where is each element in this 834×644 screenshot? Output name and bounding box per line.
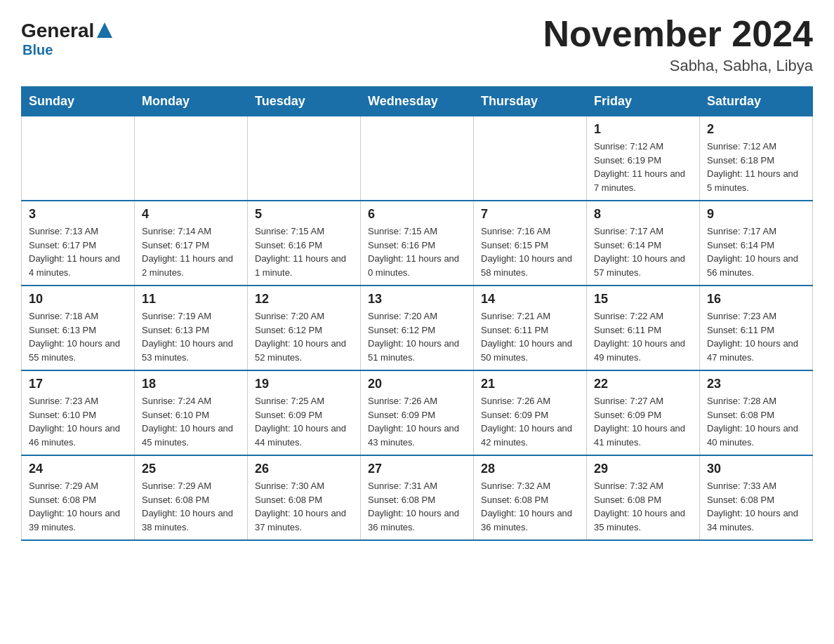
table-row: 26Sunrise: 7:30 AMSunset: 6:08 PMDayligh…: [248, 455, 361, 540]
day-number: 4: [142, 207, 240, 222]
day-number: 2: [707, 122, 805, 137]
table-row: 27Sunrise: 7:31 AMSunset: 6:08 PMDayligh…: [361, 455, 474, 540]
table-row: 24Sunrise: 7:29 AMSunset: 6:08 PMDayligh…: [22, 455, 135, 540]
calendar-week-row: 17Sunrise: 7:23 AMSunset: 6:10 PMDayligh…: [22, 370, 813, 455]
table-row: [474, 116, 587, 201]
table-row: 21Sunrise: 7:26 AMSunset: 6:09 PMDayligh…: [474, 370, 587, 455]
logo-blue-text: Blue: [22, 42, 53, 58]
calendar-table: Sunday Monday Tuesday Wednesday Thursday…: [21, 86, 813, 541]
table-row: 30Sunrise: 7:33 AMSunset: 6:08 PMDayligh…: [700, 455, 813, 540]
calendar-week-row: 10Sunrise: 7:18 AMSunset: 6:13 PMDayligh…: [22, 286, 813, 370]
day-number: 8: [594, 207, 692, 222]
day-info: Sunrise: 7:26 AMSunset: 6:09 PMDaylight:…: [368, 394, 466, 449]
table-row: 8Sunrise: 7:17 AMSunset: 6:14 PMDaylight…: [587, 201, 700, 286]
page-subtitle: Sabha, Sabha, Libya: [543, 57, 813, 75]
table-row: 12Sunrise: 7:20 AMSunset: 6:12 PMDayligh…: [248, 286, 361, 370]
day-number: 29: [594, 462, 692, 476]
title-area: November 2024 Sabha, Sabha, Libya: [543, 14, 813, 75]
day-info: Sunrise: 7:18 AMSunset: 6:13 PMDaylight:…: [29, 309, 127, 364]
table-row: 22Sunrise: 7:27 AMSunset: 6:09 PMDayligh…: [587, 370, 700, 455]
table-row: 5Sunrise: 7:15 AMSunset: 6:16 PMDaylight…: [248, 201, 361, 286]
day-info: Sunrise: 7:17 AMSunset: 6:14 PMDaylight:…: [707, 224, 805, 279]
day-info: Sunrise: 7:29 AMSunset: 6:08 PMDaylight:…: [142, 479, 240, 534]
calendar-week-row: 1Sunrise: 7:12 AMSunset: 6:19 PMDaylight…: [22, 116, 813, 201]
header-saturday: Saturday: [700, 87, 813, 116]
day-info: Sunrise: 7:27 AMSunset: 6:09 PMDaylight:…: [594, 394, 692, 449]
logo-general-text: General: [21, 20, 94, 42]
table-row: 3Sunrise: 7:13 AMSunset: 6:17 PMDaylight…: [22, 201, 135, 286]
day-number: 10: [29, 292, 127, 307]
header-sunday: Sunday: [22, 87, 135, 116]
table-row: 13Sunrise: 7:20 AMSunset: 6:12 PMDayligh…: [361, 286, 474, 370]
table-row: 29Sunrise: 7:32 AMSunset: 6:08 PMDayligh…: [587, 455, 700, 540]
day-info: Sunrise: 7:23 AMSunset: 6:11 PMDaylight:…: [707, 309, 805, 364]
logo-flag-icon: [97, 22, 112, 38]
day-info: Sunrise: 7:14 AMSunset: 6:17 PMDaylight:…: [142, 224, 240, 279]
table-row: 28Sunrise: 7:32 AMSunset: 6:08 PMDayligh…: [474, 455, 587, 540]
header-tuesday: Tuesday: [248, 87, 361, 116]
table-row: 20Sunrise: 7:26 AMSunset: 6:09 PMDayligh…: [361, 370, 474, 455]
weekday-header-row: Sunday Monday Tuesday Wednesday Thursday…: [22, 87, 813, 116]
day-number: 24: [29, 462, 127, 476]
day-number: 25: [142, 462, 240, 476]
day-info: Sunrise: 7:30 AMSunset: 6:08 PMDaylight:…: [255, 479, 353, 534]
day-number: 22: [594, 377, 692, 391]
day-info: Sunrise: 7:24 AMSunset: 6:10 PMDaylight:…: [142, 394, 240, 449]
day-number: 21: [481, 377, 579, 391]
table-row: 9Sunrise: 7:17 AMSunset: 6:14 PMDaylight…: [700, 201, 813, 286]
day-info: Sunrise: 7:25 AMSunset: 6:09 PMDaylight:…: [255, 394, 353, 449]
day-info: Sunrise: 7:32 AMSunset: 6:08 PMDaylight:…: [594, 479, 692, 534]
table-row: 18Sunrise: 7:24 AMSunset: 6:10 PMDayligh…: [135, 370, 248, 455]
table-row: 25Sunrise: 7:29 AMSunset: 6:08 PMDayligh…: [135, 455, 248, 540]
table-row: 7Sunrise: 7:16 AMSunset: 6:15 PMDaylight…: [474, 201, 587, 286]
day-info: Sunrise: 7:28 AMSunset: 6:08 PMDaylight:…: [707, 394, 805, 449]
table-row: 17Sunrise: 7:23 AMSunset: 6:10 PMDayligh…: [22, 370, 135, 455]
table-row: 14Sunrise: 7:21 AMSunset: 6:11 PMDayligh…: [474, 286, 587, 370]
day-number: 5: [255, 207, 353, 222]
day-number: 3: [29, 207, 127, 222]
day-info: Sunrise: 7:33 AMSunset: 6:08 PMDaylight:…: [707, 479, 805, 534]
table-row: 16Sunrise: 7:23 AMSunset: 6:11 PMDayligh…: [700, 286, 813, 370]
day-info: Sunrise: 7:20 AMSunset: 6:12 PMDaylight:…: [255, 309, 353, 364]
day-number: 15: [594, 292, 692, 307]
day-number: 9: [707, 207, 805, 222]
table-row: 2Sunrise: 7:12 AMSunset: 6:18 PMDaylight…: [700, 116, 813, 201]
calendar-week-row: 24Sunrise: 7:29 AMSunset: 6:08 PMDayligh…: [22, 455, 813, 540]
day-number: 14: [481, 292, 579, 307]
day-number: 26: [255, 462, 353, 476]
table-row: 6Sunrise: 7:15 AMSunset: 6:16 PMDaylight…: [361, 201, 474, 286]
table-row: 19Sunrise: 7:25 AMSunset: 6:09 PMDayligh…: [248, 370, 361, 455]
table-row: 4Sunrise: 7:14 AMSunset: 6:17 PMDaylight…: [135, 201, 248, 286]
header-friday: Friday: [587, 87, 700, 116]
day-info: Sunrise: 7:15 AMSunset: 6:16 PMDaylight:…: [368, 224, 466, 279]
day-info: Sunrise: 7:13 AMSunset: 6:17 PMDaylight:…: [29, 224, 127, 279]
day-number: 12: [255, 292, 353, 307]
day-number: 16: [707, 292, 805, 307]
day-number: 18: [142, 377, 240, 391]
day-info: Sunrise: 7:31 AMSunset: 6:08 PMDaylight:…: [368, 479, 466, 534]
page-title: November 2024: [543, 14, 813, 54]
table-row: 10Sunrise: 7:18 AMSunset: 6:13 PMDayligh…: [22, 286, 135, 370]
day-number: 1: [594, 122, 692, 137]
day-info: Sunrise: 7:12 AMSunset: 6:19 PMDaylight:…: [594, 140, 692, 194]
table-row: [361, 116, 474, 201]
day-info: Sunrise: 7:20 AMSunset: 6:12 PMDaylight:…: [368, 309, 466, 364]
table-row: 1Sunrise: 7:12 AMSunset: 6:19 PMDaylight…: [587, 116, 700, 201]
table-row: [22, 116, 135, 201]
svg-marker-0: [97, 22, 112, 38]
day-number: 19: [255, 377, 353, 391]
day-info: Sunrise: 7:17 AMSunset: 6:14 PMDaylight:…: [594, 224, 692, 279]
day-info: Sunrise: 7:15 AMSunset: 6:16 PMDaylight:…: [255, 224, 353, 279]
day-info: Sunrise: 7:22 AMSunset: 6:11 PMDaylight:…: [594, 309, 692, 364]
page-header: General Blue November 2024 Sabha, Sabha,…: [21, 14, 813, 75]
day-number: 7: [481, 207, 579, 222]
day-number: 20: [368, 377, 466, 391]
day-number: 13: [368, 292, 466, 307]
table-row: [248, 116, 361, 201]
table-row: [135, 116, 248, 201]
day-number: 17: [29, 377, 127, 391]
day-number: 30: [707, 462, 805, 476]
day-info: Sunrise: 7:16 AMSunset: 6:15 PMDaylight:…: [481, 224, 579, 279]
table-row: 23Sunrise: 7:28 AMSunset: 6:08 PMDayligh…: [700, 370, 813, 455]
day-info: Sunrise: 7:26 AMSunset: 6:09 PMDaylight:…: [481, 394, 579, 449]
